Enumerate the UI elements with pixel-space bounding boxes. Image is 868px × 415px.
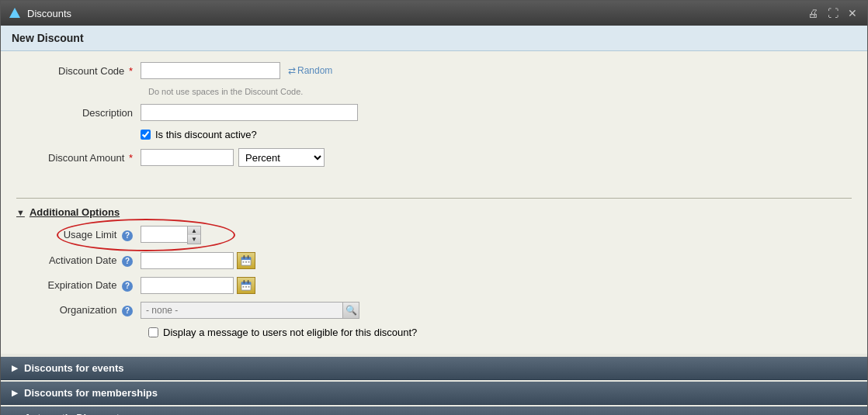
automatic-discounts-section[interactable]: ▶ Automatic Discounts (1, 406, 867, 415)
close-button[interactable]: ✕ (845, 7, 859, 19)
description-label: Description (16, 107, 141, 119)
organization-search-button[interactable]: 🔍 (342, 302, 359, 319)
description-input[interactable] (141, 104, 358, 121)
expiration-date-calendar-button[interactable] (237, 277, 255, 294)
active-checkbox-row: Is this discount active? (141, 129, 852, 140)
app-icon (9, 7, 21, 19)
spinner-up-button[interactable]: ▲ (188, 227, 200, 235)
random-label: Random (297, 65, 332, 76)
content-area: New Discount Discount Code * ⇄ Random Do… (1, 26, 867, 415)
svg-rect-4 (248, 255, 249, 258)
svg-rect-2 (241, 258, 251, 261)
eligible-checkbox[interactable] (148, 327, 158, 337)
organization-search-wrap: 🔍 (141, 302, 359, 319)
active-checkbox[interactable] (141, 130, 151, 140)
expiration-date-row: Expiration Date ? (16, 277, 852, 294)
svg-rect-9 (241, 282, 251, 285)
svg-rect-11 (248, 280, 249, 283)
title-bar: Discounts 🖨 ⛶ ✕ (1, 1, 867, 26)
expiration-date-input[interactable] (141, 277, 234, 294)
svg-rect-13 (245, 286, 247, 288)
memberships-arrow-icon: ▶ (12, 389, 18, 397)
main-window: Discounts 🖨 ⛶ ✕ New Discount Discount Co… (0, 0, 868, 415)
section-title: New Discount (12, 32, 84, 44)
organization-info-icon[interactable]: ? (122, 306, 133, 316)
automatic-section-label: Automatic Discounts (24, 412, 125, 415)
svg-rect-6 (245, 261, 247, 263)
title-bar-left: Discounts (9, 7, 71, 19)
discount-code-row: Discount Code * ⇄ Random (16, 62, 852, 79)
collapse-arrow-icon: ▼ (16, 208, 25, 217)
activation-date-label: Activation Date ? (16, 254, 141, 267)
discount-code-label: Discount Code * (16, 65, 141, 77)
svg-rect-7 (248, 261, 250, 263)
additional-options-title: Additional Options (30, 206, 120, 218)
svg-marker-0 (9, 8, 20, 18)
random-link[interactable]: ⇄ Random (288, 65, 332, 76)
required-marker: * (126, 65, 133, 77)
organization-input[interactable] (141, 302, 342, 319)
usage-limit-input[interactable] (141, 226, 187, 243)
svg-rect-5 (243, 261, 245, 263)
activation-date-calendar-button[interactable] (237, 252, 255, 269)
activation-date-input[interactable] (141, 252, 234, 269)
usage-limit-label: Usage Limit ? (16, 229, 141, 241)
activation-date-info-icon[interactable]: ? (122, 256, 133, 267)
eligible-checkbox-label: Display a message to users not eligible … (163, 327, 417, 338)
discount-amount-input[interactable] (141, 149, 234, 166)
spinner-buttons: ▲ ▼ (187, 226, 201, 244)
discounts-memberships-section[interactable]: ▶ Discounts for memberships (1, 382, 867, 405)
window-title: Discounts (27, 8, 71, 19)
svg-rect-10 (244, 280, 245, 283)
active-checkbox-label: Is this discount active? (155, 129, 257, 140)
hint-row: Do not use spaces in the Discount Code. (141, 87, 852, 96)
svg-rect-3 (244, 255, 245, 258)
usage-limit-row: Usage Limit ? ▲ ▼ (16, 226, 852, 244)
organization-row: Organization ? 🔍 (16, 302, 852, 319)
description-row: Description (16, 104, 852, 121)
discount-type-select[interactable]: Percent Fixed Amount (238, 148, 325, 167)
random-icon: ⇄ (288, 65, 296, 76)
print-button[interactable]: 🖨 (805, 7, 821, 19)
search-icon: 🔍 (345, 305, 357, 316)
bottom-sections: ▶ Discounts for events ▶ Discounts for m… (1, 357, 867, 415)
additional-options-toggle[interactable]: ▼ Additional Options (16, 206, 852, 218)
organization-label: Organization ? (16, 304, 141, 316)
expiration-date-label: Expiration Date ? (16, 279, 141, 292)
additional-options-section: ▼ Additional Options Usage Limit ? ▲ (1, 185, 867, 354)
discount-amount-label: Discount Amount * (16, 152, 141, 164)
main-form: Discount Code * ⇄ Random Do not use spac… (1, 51, 867, 185)
usage-limit-info-icon[interactable]: ? (122, 230, 133, 241)
usage-limit-highlight-wrap: ▲ ▼ (141, 226, 201, 244)
activation-date-row: Activation Date ? (16, 252, 852, 269)
calendar-icon (241, 255, 252, 266)
events-section-label: Discounts for events (24, 362, 124, 374)
discounts-events-section[interactable]: ▶ Discounts for events (1, 357, 867, 380)
svg-rect-14 (248, 286, 250, 288)
title-bar-controls: 🖨 ⛶ ✕ (805, 7, 859, 19)
new-discount-header: New Discount (1, 26, 867, 51)
discount-code-hint: Do not use spaces in the Discount Code. (148, 87, 303, 96)
expiration-date-info-icon[interactable]: ? (122, 281, 133, 292)
spinner-down-button[interactable]: ▼ (188, 235, 200, 244)
calendar-icon-2 (241, 280, 252, 291)
events-arrow-icon: ▶ (12, 364, 18, 372)
discount-amount-row: Discount Amount * Percent Fixed Amount (16, 148, 852, 167)
discount-code-input[interactable] (141, 62, 280, 79)
section-divider (16, 198, 852, 199)
expand-button[interactable]: ⛶ (825, 7, 841, 19)
usage-limit-spinner: ▲ ▼ (141, 226, 201, 244)
memberships-section-label: Discounts for memberships (24, 387, 158, 399)
svg-rect-12 (243, 286, 245, 288)
eligible-checkbox-row: Display a message to users not eligible … (141, 327, 852, 338)
